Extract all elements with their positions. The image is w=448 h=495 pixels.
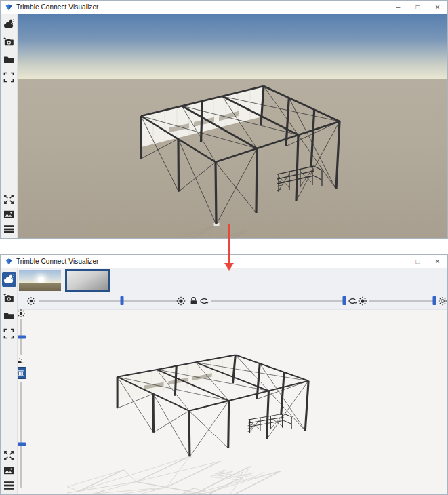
close-button[interactable]: × — [428, 1, 447, 14]
open-model-button[interactable] — [2, 309, 16, 322]
tool-sidebar — [1, 14, 18, 238]
sun-bright-icon — [358, 296, 367, 306]
lock-open-icon[interactable] — [189, 296, 199, 306]
visualizer-window-before: Trimble Connect Visualizer – □ × — [0, 0, 448, 239]
maximize-button[interactable]: □ — [408, 255, 428, 268]
close-button[interactable]: × — [428, 255, 447, 268]
image-gallery-button[interactable] — [2, 207, 16, 220]
main-menu-button[interactable] — [2, 479, 16, 492]
fullscreen-brackets-icon — [5, 73, 14, 81]
sun-rotation-handle[interactable] — [343, 296, 346, 305]
expand-arrows-icon — [5, 195, 13, 203]
sun-brightness-slider[interactable] — [39, 300, 180, 302]
sun-elevation-slider[interactable] — [20, 319, 22, 355]
window-title: Trimble Connect Visualizer — [16, 3, 99, 11]
trimble-connect-logo-icon — [5, 3, 13, 12]
thumbnail-ground — [19, 283, 61, 291]
image-gallery-button[interactable] — [2, 464, 16, 477]
sun-bright-icon — [176, 296, 186, 306]
environment-weather-button-active[interactable] — [2, 272, 16, 287]
sky-environment-thumbnail[interactable] — [19, 270, 61, 291]
exposure-slider[interactable] — [20, 382, 22, 488]
maximize-button[interactable]: □ — [408, 1, 428, 14]
open-model-button[interactable] — [2, 53, 16, 66]
light-intensity-slider[interactable] — [369, 300, 434, 302]
titlebar[interactable]: Trimble Connect Visualizer – □ × — [1, 1, 447, 14]
folder-icon — [4, 56, 14, 63]
visualizer-window-after: Trimble Connect Visualizer – □ × — [0, 254, 448, 495]
arrow-stem — [228, 224, 230, 264]
snapshot-camera-button[interactable] — [2, 35, 16, 48]
arrow-head-icon — [224, 263, 234, 271]
snapshot-camera-button[interactable] — [2, 292, 16, 304]
trimble-connect-logo-icon — [5, 258, 13, 266]
menu-icon — [4, 481, 14, 490]
expand-view-button[interactable] — [2, 449, 16, 462]
sun-dim-icon — [26, 296, 36, 306]
expand-view-button[interactable] — [2, 193, 16, 205]
sun-outline-icon — [438, 296, 447, 306]
rotate-icon[interactable] — [348, 296, 357, 306]
tool-sidebar — [1, 268, 18, 494]
3d-viewport-sky[interactable] — [18, 14, 447, 238]
gray-environment-thumbnail-selected[interactable] — [65, 269, 110, 292]
minimize-button[interactable]: – — [388, 1, 408, 14]
menu-icon — [4, 225, 14, 233]
environment-weather-button[interactable] — [2, 18, 16, 31]
window-title: Trimble Connect Visualizer — [16, 258, 99, 265]
sun-brightness-handle[interactable] — [121, 296, 124, 305]
minimize-button[interactable]: – — [388, 255, 408, 268]
steel-frame-model[interactable] — [67, 354, 328, 494]
sky-gradient — [18, 14, 447, 79]
main-menu-button[interactable] — [2, 222, 16, 235]
sun-rotation-slider[interactable] — [211, 300, 344, 302]
folder-icon — [4, 313, 14, 319]
fit-view-button[interactable] — [2, 71, 16, 83]
rotate-icon[interactable] — [199, 296, 209, 306]
fit-view-button[interactable] — [2, 327, 16, 340]
sun-dim-icon — [16, 309, 26, 318]
sun-elevation-handle[interactable] — [17, 335, 26, 338]
fullscreen-brackets-icon — [5, 329, 14, 338]
light-intensity-handle[interactable] — [433, 296, 436, 305]
expand-arrows-icon — [5, 451, 13, 459]
steel-frame-model[interactable] — [89, 85, 360, 238]
exposure-handle[interactable] — [17, 443, 26, 446]
thumbnail-sun — [38, 277, 44, 283]
environment-toolbar — [18, 268, 447, 310]
3d-viewport-white[interactable] — [18, 268, 447, 494]
